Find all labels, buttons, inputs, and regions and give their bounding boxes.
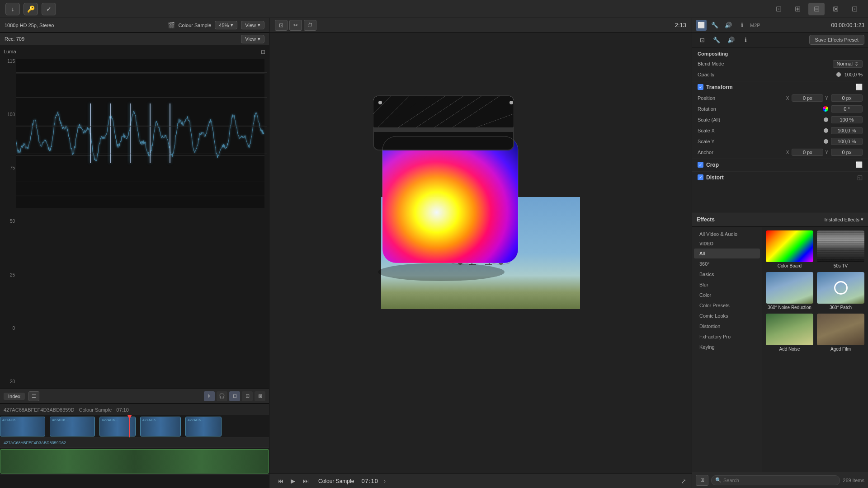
cat-360[interactable]: 360° bbox=[694, 259, 760, 269]
cat-all[interactable]: All bbox=[694, 249, 760, 258]
clip-drone-3[interactable]: 427AC6... bbox=[99, 417, 136, 436]
view-btn-rec[interactable]: View ▾ bbox=[241, 35, 264, 43]
scale-x-thumb[interactable] bbox=[824, 128, 828, 133]
insp-tool-4[interactable]: ℹ bbox=[739, 34, 752, 45]
tv50s-gradient bbox=[817, 230, 864, 262]
inspector-tab-info[interactable]: 🔊 bbox=[723, 20, 734, 31]
scale-x-value[interactable]: 100,0 % bbox=[831, 127, 863, 134]
scale-0: 0 bbox=[4, 326, 15, 331]
scale-y-thumb[interactable] bbox=[824, 139, 828, 144]
anchor-x[interactable]: 0 px bbox=[792, 149, 823, 156]
waveform-settings-icon[interactable]: ⊡ bbox=[261, 49, 265, 55]
scale-all-value[interactable]: 100 % bbox=[831, 116, 863, 123]
key-button[interactable]: 🔑 bbox=[24, 3, 38, 15]
scale-all-thumb[interactable] bbox=[824, 117, 828, 122]
save-preset-container: Save Effects Preset bbox=[809, 35, 864, 45]
cat-blur[interactable]: Blur bbox=[694, 280, 760, 290]
transform-checkbox[interactable]: ✓ bbox=[698, 84, 703, 90]
effect-360-patch[interactable]: 360° Patch bbox=[817, 272, 864, 310]
inspector-tab-settings[interactable]: ℹ bbox=[736, 20, 747, 31]
cat-comic-looks[interactable]: Comic Looks bbox=[694, 311, 760, 321]
effect-thumb-360-noise bbox=[766, 272, 813, 304]
svg-point-36 bbox=[509, 101, 513, 104]
timeline-icon-btn[interactable]: ☰ bbox=[28, 391, 39, 401]
back-btn[interactable]: ⏮ bbox=[275, 476, 286, 486]
view-dropdown[interactable]: View ▾ bbox=[241, 21, 264, 29]
position-x[interactable]: 0 px bbox=[792, 94, 823, 102]
index-tab[interactable]: Index bbox=[4, 393, 25, 400]
layout-btn-3[interactable]: ⊟ bbox=[808, 3, 825, 15]
layout-btn-2[interactable]: ⊞ bbox=[789, 3, 806, 15]
inspector-tab-video[interactable]: ⬜ bbox=[696, 20, 707, 31]
pct-dropdown[interactable]: 45% ▾ bbox=[215, 21, 237, 29]
effects-view-btn[interactable]: ⊞ bbox=[696, 475, 708, 486]
distort-checkbox[interactable]: ✓ bbox=[698, 174, 703, 180]
timeline-ctrl-5[interactable]: ⊠ bbox=[255, 391, 265, 401]
clip-drone-5[interactable]: 427AC6... bbox=[185, 417, 222, 436]
timeline-ctrl-3[interactable]: ⊟ bbox=[229, 391, 240, 401]
blend-mode-dropdown[interactable]: Normal ⇕ bbox=[833, 60, 863, 68]
cat-basics[interactable]: Basics bbox=[694, 269, 760, 279]
landscape-clip[interactable] bbox=[0, 449, 269, 474]
opacity-thumb[interactable] bbox=[836, 72, 841, 77]
rotation-value[interactable]: 0 ° bbox=[831, 105, 863, 113]
layout-btn-5[interactable]: ⊡ bbox=[846, 3, 863, 15]
scale-neg20: -20 bbox=[4, 379, 15, 384]
clip-hex-5: 427AC6... bbox=[188, 418, 204, 422]
forward-btn[interactable]: ⏭ bbox=[300, 476, 311, 486]
insp-tool-2[interactable]: 🔧 bbox=[710, 34, 723, 45]
cat-keying[interactable]: Keying bbox=[694, 342, 760, 352]
blend-mode-chevron: ⇕ bbox=[854, 61, 859, 67]
scale-y-value[interactable]: 100,0 % bbox=[831, 138, 863, 145]
search-input[interactable] bbox=[723, 478, 836, 483]
view-rec-label: View bbox=[245, 36, 256, 42]
cat-distortion[interactable]: Distortion bbox=[694, 321, 760, 331]
timeline-area: Index ☰ ⊧ 🎧 ⊟ ⊡ bbox=[0, 389, 269, 488]
installed-effects-dropdown[interactable]: Installed Effects ▾ bbox=[825, 216, 863, 222]
rotation-wheel[interactable] bbox=[823, 106, 828, 112]
position-y[interactable]: 0 px bbox=[831, 94, 863, 102]
crop-checkbox[interactable]: ✓ bbox=[698, 162, 703, 168]
timeline-ctrl-1[interactable]: ⊧ bbox=[204, 391, 215, 401]
insp-tool-3[interactable]: 🔊 bbox=[725, 34, 737, 45]
insp-tool-1[interactable]: ⊡ bbox=[696, 34, 708, 45]
clip-drone-4[interactable]: 427AC6... bbox=[140, 417, 181, 436]
cat-color-presets[interactable]: Color Presets bbox=[694, 300, 760, 310]
svg-rect-23 bbox=[373, 96, 514, 132]
timeline-ctrl-2[interactable]: 🎧 bbox=[217, 391, 227, 401]
layout-btn-4[interactable]: ⊠ bbox=[827, 3, 844, 15]
fullscreen-button[interactable]: ⤢ bbox=[681, 478, 686, 485]
scale-all-label: Scale (All) bbox=[698, 117, 824, 122]
share-button[interactable]: ↓ bbox=[5, 3, 20, 15]
crop-tool[interactable]: ⊡ bbox=[275, 20, 288, 31]
cat-all-video-audio[interactable]: All Video & Audio bbox=[694, 229, 760, 239]
effects-grid: Color Board bbox=[762, 227, 868, 472]
effect-aged-film[interactable]: Aged Film bbox=[817, 314, 864, 352]
inspector-tab-audio[interactable]: 🔧 bbox=[709, 20, 720, 31]
effect-add-noise[interactable]: Add Noise bbox=[766, 314, 813, 352]
cat-fxfactory[interactable]: FxFactory Pro bbox=[694, 332, 760, 342]
speed-tool[interactable]: ⏱ bbox=[304, 20, 316, 31]
layout-btn-1[interactable]: ⊡ bbox=[770, 3, 787, 15]
opacity-value: 100,0 % bbox=[844, 72, 863, 77]
clip-drone-2[interactable]: 427AC6... bbox=[50, 417, 95, 436]
play-btn[interactable]: ▶ bbox=[288, 476, 298, 486]
cat-color[interactable]: Color bbox=[694, 290, 760, 300]
effect-color-board[interactable]: Color Board bbox=[766, 230, 813, 268]
opacity-row: Opacity 100,0 % bbox=[692, 69, 868, 80]
check-button[interactable]: ✓ bbox=[42, 3, 56, 15]
clip-hex-4: 427AC6... bbox=[142, 418, 159, 422]
trim-tool[interactable]: ✂ bbox=[289, 20, 302, 31]
clip-drone-1[interactable]: 427AC6... bbox=[0, 417, 45, 436]
scale-75: 75 bbox=[4, 165, 15, 170]
effect-50s-tv[interactable]: 50s TV bbox=[817, 230, 864, 268]
scale-50: 50 bbox=[4, 219, 15, 224]
svg-point-12 bbox=[499, 260, 503, 265]
timeline-ctrl-4[interactable]: ⊡ bbox=[242, 391, 253, 401]
save-preset-button[interactable]: Save Effects Preset bbox=[809, 35, 864, 45]
search-icon: 🔍 bbox=[715, 477, 722, 483]
left-panel: 1080p HD 25p, Stereo 🎬 Colour Sample 45%… bbox=[0, 18, 269, 488]
effect-360-noise[interactable]: 360° Noise Reduction bbox=[766, 272, 813, 310]
anchor-x-label: X bbox=[786, 150, 789, 155]
anchor-y[interactable]: 0 px bbox=[831, 149, 863, 156]
